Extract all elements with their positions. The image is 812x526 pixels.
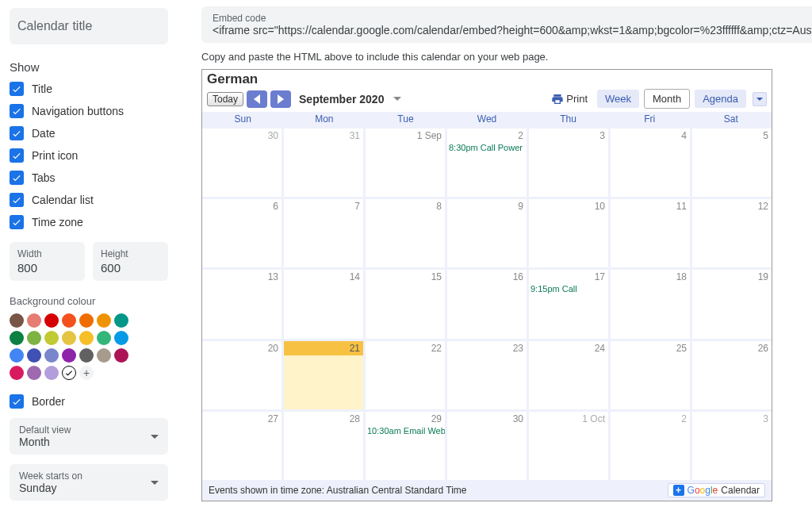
- day-number: 27: [268, 413, 278, 424]
- checkbox-date[interactable]: [10, 126, 24, 140]
- color-swatch[interactable]: [10, 331, 24, 345]
- day-cell[interactable]: 21: [282, 341, 363, 409]
- day-cell[interactable]: 11: [608, 199, 690, 267]
- day-cell[interactable]: 19: [690, 270, 772, 338]
- color-swatch[interactable]: [97, 348, 111, 363]
- day-cell[interactable]: 30: [445, 412, 527, 480]
- day-number: 9: [518, 201, 523, 212]
- day-cell[interactable]: 6: [202, 199, 282, 267]
- day-cell[interactable]: 5: [690, 129, 772, 197]
- day-cell[interactable]: 31: [282, 129, 363, 197]
- color-swatch[interactable]: [44, 313, 59, 328]
- day-cell[interactable]: 26: [690, 341, 772, 409]
- color-swatch[interactable]: [114, 331, 128, 345]
- day-cell[interactable]: 22: [363, 341, 445, 409]
- color-swatch[interactable]: [97, 313, 111, 328]
- day-cell[interactable]: 18: [608, 270, 690, 338]
- calendar-event[interactable]: 10:30am Email Web: [367, 426, 446, 436]
- day-cell[interactable]: 30: [202, 129, 282, 197]
- calendar-event[interactable]: 8:30pm Call Power: [449, 143, 523, 152]
- day-cell[interactable]: 15: [363, 270, 445, 338]
- day-cell[interactable]: 9: [445, 199, 527, 267]
- day-cell[interactable]: 20: [202, 341, 282, 409]
- checkbox-tabs[interactable]: [10, 171, 24, 185]
- month-label[interactable]: September 2020: [299, 93, 384, 106]
- color-swatch[interactable]: [10, 313, 24, 328]
- chevron-down-icon: [393, 97, 401, 101]
- color-swatch[interactable]: [27, 313, 41, 328]
- color-swatch[interactable]: [10, 348, 24, 363]
- checkbox-title[interactable]: [10, 82, 24, 96]
- color-swatch[interactable]: [27, 331, 41, 345]
- day-cell[interactable]: 179:15pm Call: [527, 270, 608, 338]
- color-swatch[interactable]: [44, 348, 59, 363]
- width-field[interactable]: Width 800: [10, 242, 85, 281]
- tab-agenda[interactable]: Agenda: [695, 90, 746, 108]
- day-cell[interactable]: 8: [363, 199, 445, 267]
- color-swatch[interactable]: [27, 366, 41, 380]
- day-cell[interactable]: 3: [690, 412, 772, 480]
- color-swatch[interactable]: [27, 348, 41, 363]
- color-swatch[interactable]: [62, 331, 76, 345]
- checkbox-navigation-buttons[interactable]: [10, 104, 24, 118]
- checkbox-label: Title: [32, 83, 52, 95]
- calendar-title-input[interactable]: [10, 8, 168, 44]
- color-swatch[interactable]: [79, 331, 94, 345]
- day-cell[interactable]: 1 Oct: [527, 412, 608, 480]
- day-cell[interactable]: 7: [282, 199, 363, 267]
- day-cell[interactable]: 16: [445, 270, 527, 338]
- color-swatch[interactable]: [79, 348, 94, 363]
- expand-button[interactable]: [753, 92, 767, 106]
- day-cell[interactable]: 28: [282, 412, 363, 480]
- tab-week[interactable]: Week: [597, 90, 639, 108]
- week-starts-select[interactable]: Week starts on Sunday: [10, 464, 168, 501]
- next-button[interactable]: [270, 90, 291, 108]
- day-cell[interactable]: 28:30pm Call Power: [445, 129, 527, 197]
- default-view-select[interactable]: Default view Month: [10, 418, 168, 455]
- day-cell[interactable]: 24: [527, 341, 608, 409]
- dow-label: Sat: [690, 112, 772, 126]
- color-swatch[interactable]: [114, 313, 128, 328]
- color-swatch[interactable]: [44, 366, 59, 380]
- print-label: Print: [566, 93, 588, 105]
- day-cell[interactable]: 23: [445, 341, 527, 409]
- embed-helper-text: Copy and paste the HTML above to include…: [201, 51, 812, 63]
- color-swatch-selected[interactable]: [62, 366, 76, 380]
- prev-button[interactable]: [247, 90, 267, 108]
- day-cell[interactable]: 1 Sep: [363, 129, 445, 197]
- day-cell[interactable]: 4: [608, 129, 690, 197]
- day-cell[interactable]: 25: [608, 341, 690, 409]
- color-swatch[interactable]: [97, 331, 111, 345]
- day-number: 7: [354, 201, 360, 212]
- checkbox-time-zone[interactable]: [10, 215, 24, 229]
- day-number: 30: [268, 130, 278, 141]
- color-swatch[interactable]: [79, 313, 94, 328]
- color-swatch[interactable]: [62, 313, 76, 328]
- checkbox-print-icon[interactable]: [10, 148, 24, 163]
- day-cell[interactable]: 13: [202, 270, 282, 338]
- color-swatch[interactable]: [10, 366, 24, 380]
- day-cell[interactable]: 12: [690, 199, 772, 267]
- checkbox-label: Calendar list: [32, 194, 94, 206]
- color-swatch[interactable]: [44, 331, 59, 345]
- day-cell[interactable]: 14: [282, 270, 363, 338]
- day-cell[interactable]: 2: [608, 412, 690, 480]
- add-color-button[interactable]: +: [79, 366, 94, 380]
- day-number: 26: [758, 343, 768, 354]
- tab-month[interactable]: Month: [644, 89, 690, 109]
- default-view-label: Default view: [19, 424, 71, 436]
- border-checkbox[interactable]: [10, 394, 24, 409]
- day-cell[interactable]: 3: [527, 129, 608, 197]
- print-button[interactable]: Print: [551, 93, 588, 106]
- day-cell[interactable]: 2910:30am Email Web: [363, 412, 445, 480]
- today-button[interactable]: Today: [207, 92, 243, 106]
- checkbox-calendar-list[interactable]: [10, 193, 24, 207]
- google-calendar-badge[interactable]: + Google Calendar: [668, 483, 765, 497]
- day-cell[interactable]: 10: [527, 199, 608, 267]
- color-swatch[interactable]: [62, 348, 76, 363]
- calendar-event[interactable]: 9:15pm Call: [530, 284, 577, 294]
- embed-code-value[interactable]: <iframe src="https://calendar.google.com…: [213, 24, 812, 36]
- color-swatch[interactable]: [114, 348, 128, 363]
- height-field[interactable]: Height 600: [93, 242, 168, 281]
- day-cell[interactable]: 27: [202, 412, 282, 480]
